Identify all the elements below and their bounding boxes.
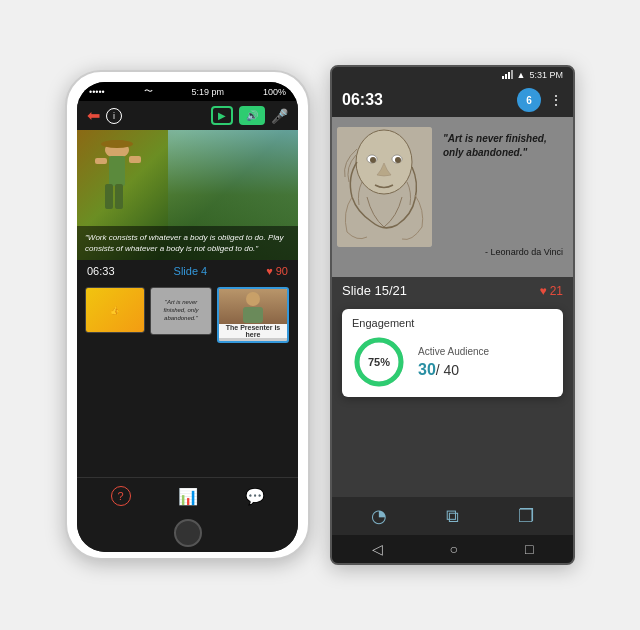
right-likes-count: 21 bbox=[550, 284, 563, 298]
android-system-nav: ◁ ○ □ bbox=[332, 535, 573, 563]
active-label: Active Audience bbox=[418, 346, 489, 357]
audio-icon: 🔊 bbox=[246, 110, 258, 121]
android-back-button[interactable]: ◁ bbox=[372, 541, 383, 557]
active-count-total: / 40 bbox=[436, 362, 459, 378]
status-time: 5:19 pm bbox=[192, 87, 225, 97]
right-likes: ♥ 21 bbox=[540, 284, 563, 298]
farmer-illustration bbox=[87, 140, 147, 230]
quote-slide: "Art is never finished, only abandoned."… bbox=[332, 117, 573, 277]
slide-quote-text: "Work consists of whatever a body is obl… bbox=[85, 232, 290, 254]
copy-nav-icon[interactable]: ❐ bbox=[518, 505, 534, 527]
android-recents-button[interactable]: □ bbox=[525, 541, 533, 557]
engagement-content: 75% Active Audience 30 / 40 bbox=[352, 335, 553, 389]
svg-rect-7 bbox=[111, 140, 123, 147]
active-count: 30 bbox=[418, 361, 436, 379]
slide-info-right: Slide 15/21 ♥ 21 bbox=[332, 277, 573, 304]
engagement-title: Engagement bbox=[352, 317, 553, 329]
svg-point-11 bbox=[356, 130, 412, 194]
thumbnail-1[interactable]: 👍 bbox=[85, 287, 145, 333]
svg-rect-2 bbox=[105, 184, 113, 209]
likes-count: 90 bbox=[276, 265, 288, 277]
slide-timer: 06:33 bbox=[87, 265, 115, 277]
progress-nav-icon[interactable]: ◔ bbox=[371, 505, 387, 527]
svg-rect-1 bbox=[109, 156, 125, 186]
slide-name: Slide 4 bbox=[174, 265, 208, 277]
thumbnail-3[interactable]: The Presenter is here bbox=[217, 287, 289, 343]
quote-overlay: "Work consists of whatever a body is obl… bbox=[77, 226, 298, 260]
android-time: 5:31 PM bbox=[529, 70, 563, 80]
main-slide: "Work consists of whatever a body is obl… bbox=[77, 130, 298, 260]
top-nav: ⬅ i ▶ 🔊 🎤 bbox=[77, 101, 298, 130]
quote-text: "Art is never finished, only abandoned." bbox=[443, 132, 563, 160]
svg-rect-5 bbox=[129, 156, 141, 163]
right-phone: ▲ 5:31 PM 06:33 6 ⋮ bbox=[330, 65, 575, 565]
svg-rect-4 bbox=[95, 158, 107, 164]
slide-likes: ♥ 90 bbox=[266, 265, 288, 277]
ios-status-bar: ••••• 〜 5:19 pm 100% bbox=[77, 82, 298, 101]
android-timer: 06:33 bbox=[342, 91, 383, 109]
davinci-sketch bbox=[337, 127, 432, 247]
presenter-avatar bbox=[238, 291, 268, 323]
svg-point-15 bbox=[395, 157, 401, 163]
android-status-bar: ▲ 5:31 PM bbox=[332, 67, 573, 83]
left-phone: ••••• 〜 5:19 pm 100% ⬅ i ▶ 🔊 🎤 bbox=[65, 70, 310, 560]
menu-dots-icon[interactable]: ⋮ bbox=[549, 92, 563, 108]
stats-icon[interactable]: 📊 bbox=[178, 487, 198, 506]
svg-rect-3 bbox=[115, 184, 123, 209]
wifi-android-icon: ▲ bbox=[517, 70, 526, 80]
battery-status: 100% bbox=[263, 87, 286, 97]
home-button[interactable] bbox=[174, 519, 202, 547]
engagement-panel: Engagement 75% Active Audience 30 / 40 bbox=[342, 309, 563, 397]
back-icon[interactable]: ⬅ bbox=[87, 106, 100, 125]
wifi-icon: 〜 bbox=[144, 85, 153, 98]
presenter-label: The Presenter is here bbox=[219, 324, 287, 338]
bottom-nav-left: ? 📊 💬 bbox=[77, 477, 298, 514]
info-icon[interactable]: i bbox=[106, 108, 122, 124]
video-button[interactable]: ▶ bbox=[211, 106, 233, 125]
mic-icon[interactable]: 🎤 bbox=[271, 108, 288, 124]
bottom-nav-right: ◔ ⧉ ❐ bbox=[332, 497, 573, 535]
heart-icon: ♥ bbox=[266, 265, 273, 277]
help-icon[interactable]: ? bbox=[111, 486, 131, 506]
audio-button[interactable]: 🔊 bbox=[239, 106, 265, 125]
svg-point-8 bbox=[246, 292, 260, 306]
signal-icon bbox=[502, 71, 513, 79]
video-icon: ▶ bbox=[218, 110, 226, 121]
progress-ring: 75% bbox=[352, 335, 406, 389]
heart-right-icon: ♥ bbox=[540, 284, 547, 298]
slides-nav-icon[interactable]: ⧉ bbox=[446, 506, 459, 527]
android-top-bar: 06:33 6 ⋮ bbox=[332, 83, 573, 117]
active-audience-section: Active Audience 30 / 40 bbox=[418, 346, 489, 379]
android-home-button[interactable]: ○ bbox=[450, 541, 458, 557]
progress-percent: 75% bbox=[368, 356, 390, 368]
slide-info-bar: 06:33 Slide 4 ♥ 90 bbox=[77, 260, 298, 282]
home-indicator bbox=[77, 514, 298, 552]
thumb-quote-mini: "Art is never finished, only abandoned." bbox=[151, 288, 211, 334]
thumbnail-2[interactable]: "Art is never finished, only abandoned." bbox=[150, 287, 212, 335]
badge-count: 6 bbox=[526, 95, 532, 106]
notification-badge[interactable]: 6 bbox=[517, 88, 541, 112]
svg-point-14 bbox=[370, 157, 376, 163]
thumbnail-strip: 👍 "Art is never finished, only abandoned… bbox=[77, 282, 298, 477]
status-dots: ••••• bbox=[89, 87, 105, 97]
quote-author: - Leonardo da Vinci bbox=[485, 247, 563, 257]
chat-icon[interactable]: 💬 bbox=[245, 487, 265, 506]
svg-rect-9 bbox=[243, 307, 263, 323]
slide-number: Slide 15/21 bbox=[342, 283, 407, 298]
